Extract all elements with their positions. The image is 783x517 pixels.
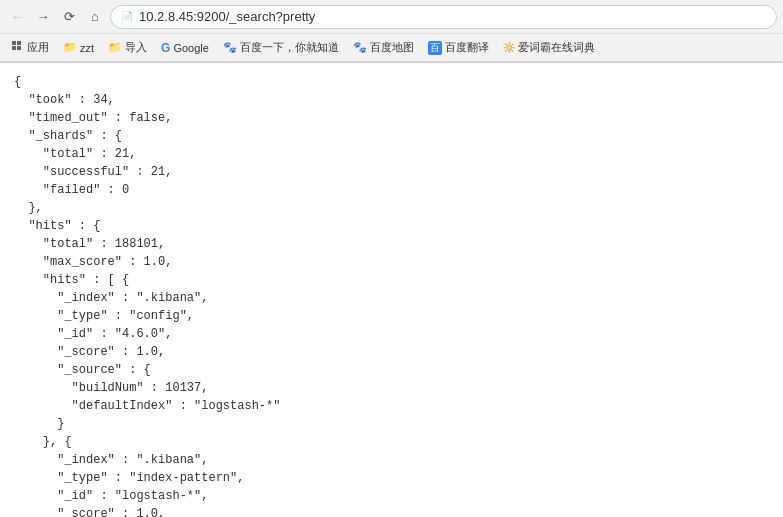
bookmark-baidu-search[interactable]: 🐾 百度一下，你就知道 — [217, 38, 345, 57]
json-line-2: "took" : 34, — [14, 91, 769, 109]
bookmark-zzt-label: zzt — [80, 42, 94, 54]
address-bar[interactable]: 📄 10.2.8.45:9200/_search?pretty — [110, 5, 777, 29]
json-line-22: "_index" : ".kibana", — [14, 451, 769, 469]
bookmark-baidu-map-label: 百度地图 — [370, 40, 414, 55]
content-area: { "took" : 34, "timed_out" : false, "_sh… — [0, 63, 783, 517]
folder-zzt-icon: 📁 — [63, 41, 77, 54]
bookmark-zzt[interactable]: 📁 zzt — [57, 39, 100, 56]
json-line-17: "_source" : { — [14, 361, 769, 379]
json-line-23: "_type" : "index-pattern", — [14, 469, 769, 487]
bookmark-baidu-map[interactable]: 🐾 百度地图 — [347, 38, 420, 57]
baidu-translate-icon: 百 — [428, 41, 442, 55]
bookmark-apps[interactable]: ​ 应用 — [6, 38, 55, 57]
svg-rect-3 — [17, 46, 21, 50]
svg-rect-2 — [12, 46, 16, 50]
bookmark-baidu-translate[interactable]: 百 百度翻译 — [422, 38, 495, 57]
back-button[interactable]: ← — [6, 6, 28, 28]
json-line-13: "_index" : ".kibana", — [14, 289, 769, 307]
json-line-1: { — [14, 73, 769, 91]
json-line-8: }, — [14, 199, 769, 217]
page-icon: 📄 — [121, 11, 133, 22]
bookmark-import[interactable]: 📁 导入 — [102, 38, 153, 57]
baidu-map-icon: 🐾 — [353, 41, 367, 54]
bookmark-apps-label: 应用 — [27, 40, 49, 55]
json-line-16: "_score" : 1.0, — [14, 343, 769, 361]
baidu-search-icon: 🐾 — [223, 41, 237, 54]
forward-button[interactable]: → — [32, 6, 54, 28]
bookmark-baidu-search-label: 百度一下，你就知道 — [240, 40, 339, 55]
home-button[interactable]: ⌂ — [84, 6, 106, 28]
folder-import-icon: 📁 — [108, 41, 122, 54]
google-icon: G — [161, 41, 170, 55]
url-text: 10.2.8.45:9200/_search?pretty — [139, 9, 766, 24]
bookmark-google-label: Google — [173, 42, 208, 54]
bookmark-google[interactable]: G Google — [155, 39, 215, 57]
bookmark-import-label: 导入 — [125, 40, 147, 55]
json-line-12: "hits" : [ { — [14, 271, 769, 289]
apps-icon: ​ — [12, 41, 24, 55]
bookmark-iciba-label: 爱词霸在线词典 — [518, 40, 595, 55]
json-line-19: "defaultIndex" : "logstash-*" — [14, 397, 769, 415]
json-line-7: "failed" : 0 — [14, 181, 769, 199]
reload-button[interactable]: ⟳ — [58, 6, 80, 28]
nav-bar: ← → ⟳ ⌂ 📄 10.2.8.45:9200/_search?pretty — [0, 0, 783, 34]
json-line-18: "buildNum" : 10137, — [14, 379, 769, 397]
json-line-15: "_id" : "4.6.0", — [14, 325, 769, 343]
bookmark-baidu-translate-label: 百度翻译 — [445, 40, 489, 55]
json-line-24: "_id" : "logstash-*", — [14, 487, 769, 505]
json-line-9: "hits" : { — [14, 217, 769, 235]
browser-chrome: ← → ⟳ ⌂ 📄 10.2.8.45:9200/_search?pretty … — [0, 0, 783, 63]
bookmark-iciba[interactable]: 🔆 爱词霸在线词典 — [497, 38, 601, 57]
json-line-14: "_type" : "config", — [14, 307, 769, 325]
json-line-11: "max_score" : 1.0, — [14, 253, 769, 271]
json-line-21: }, { — [14, 433, 769, 451]
json-line-3: "timed_out" : false, — [14, 109, 769, 127]
bookmarks-bar: ​ 应用 📁 zzt 📁 导入 G Google 🐾 百度一下，你就知道 🐾 百… — [0, 34, 783, 62]
json-line-6: "successful" : 21, — [14, 163, 769, 181]
json-line-25: "_score" : 1.0, — [14, 505, 769, 517]
svg-rect-1 — [17, 41, 21, 45]
json-line-4: "_shards" : { — [14, 127, 769, 145]
json-line-5: "total" : 21, — [14, 145, 769, 163]
json-line-10: "total" : 188101, — [14, 235, 769, 253]
json-line-20: } — [14, 415, 769, 433]
iciba-icon: 🔆 — [503, 42, 515, 53]
svg-rect-0 — [12, 41, 16, 45]
